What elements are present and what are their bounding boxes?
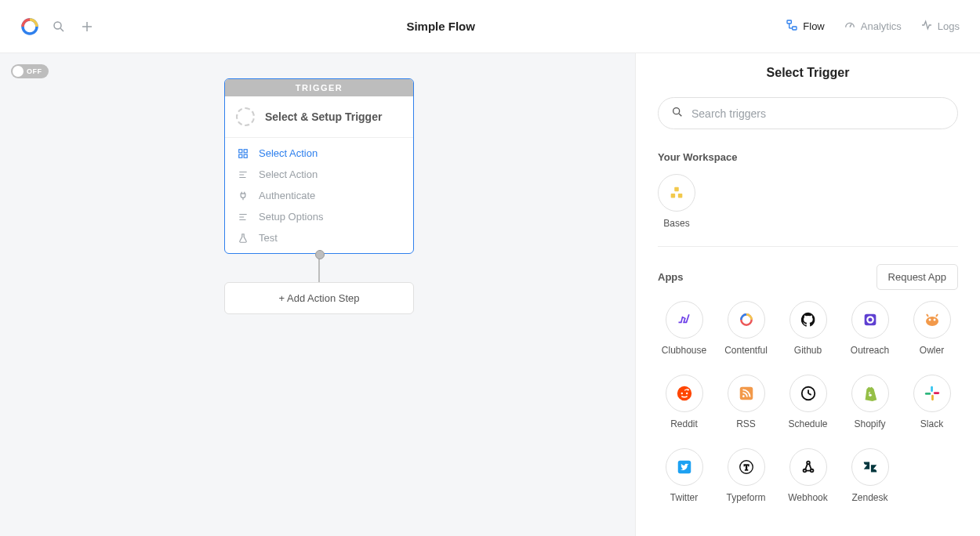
app-logo-icon[interactable] xyxy=(20,17,39,36)
step-label: Select Action xyxy=(259,147,318,159)
app-label: Shopify xyxy=(854,418,885,429)
workspace-heading: Your Workspace xyxy=(658,151,958,163)
add-action-step-button[interactable]: + Add Action Step xyxy=(224,282,414,314)
app-item-owler[interactable]: Owler xyxy=(906,301,958,356)
step-label: Select Action xyxy=(259,168,318,180)
request-app-button[interactable]: Request App xyxy=(877,264,958,290)
svg-rect-42 xyxy=(924,393,930,395)
app-label: Twitter xyxy=(670,492,698,503)
svg-point-32 xyxy=(681,393,682,394)
svg-line-21 xyxy=(679,114,681,116)
nav-flow[interactable]: Flow xyxy=(786,19,824,34)
svg-point-34 xyxy=(687,389,688,390)
svg-point-31 xyxy=(677,386,691,400)
trigger-panel: Select Trigger Your Workspace Bases xyxy=(635,53,980,536)
trigger-placeholder-icon xyxy=(236,107,255,126)
twitter-icon xyxy=(666,448,703,486)
svg-point-1 xyxy=(54,22,61,29)
flow-icon xyxy=(786,19,798,34)
app-item-twitter[interactable]: Twitter xyxy=(658,448,710,503)
nav-label: Logs xyxy=(938,20,960,32)
page-title: Simple Flow xyxy=(96,20,786,33)
outreach-icon xyxy=(851,301,889,339)
owler-icon xyxy=(913,301,951,339)
svg-rect-23 xyxy=(671,194,676,198)
step-setup-options[interactable]: Setup Options xyxy=(225,206,413,227)
step-label: Setup Options xyxy=(259,211,323,223)
app-item-zendesk[interactable]: Zendesk xyxy=(844,448,896,503)
app-label: RSS xyxy=(736,418,756,429)
workspace-item-bases[interactable]: Bases xyxy=(658,174,695,229)
search-triggers-input[interactable] xyxy=(658,97,958,129)
nav-logs[interactable]: Logs xyxy=(920,19,960,34)
app-item-typeform[interactable]: TTypeform xyxy=(720,448,772,503)
app-label: Typeform xyxy=(726,492,765,503)
shopify-icon xyxy=(851,375,889,412)
svg-point-29 xyxy=(928,319,931,321)
svg-rect-36 xyxy=(739,387,753,400)
topbar: Simple Flow Flow Analytics xyxy=(0,0,980,53)
typeform-icon: T xyxy=(728,448,765,486)
slack-icon xyxy=(913,375,951,412)
svg-point-28 xyxy=(926,317,938,326)
step-label: Authenticate xyxy=(259,190,315,201)
app-item-github[interactable]: Github xyxy=(782,301,834,356)
step-label: Test xyxy=(259,232,278,244)
app-label: Webhook xyxy=(788,492,827,503)
nav-analytics[interactable]: Analytics xyxy=(844,19,902,34)
svg-rect-24 xyxy=(678,194,683,198)
search-icon[interactable] xyxy=(50,18,67,35)
trigger-card[interactable]: TRIGGER Select & Setup Trigger Select A xyxy=(224,78,414,254)
app-label: Github xyxy=(794,345,822,356)
svg-rect-11 xyxy=(244,149,247,152)
app-item-slack[interactable]: Slack xyxy=(906,375,958,429)
svg-line-40 xyxy=(808,393,811,395)
apps-heading: Apps xyxy=(658,271,684,283)
divider xyxy=(658,246,958,247)
app-item-contentful[interactable]: Contentful xyxy=(720,301,772,356)
svg-rect-10 xyxy=(239,149,242,152)
app-item-clubhouse[interactable]: Clubhouse xyxy=(658,301,710,356)
svg-rect-6 xyxy=(793,27,797,30)
contentful-icon xyxy=(728,301,765,339)
app-item-rss[interactable]: RSS xyxy=(720,375,772,429)
svg-point-49 xyxy=(810,469,813,473)
app-item-outreach[interactable]: Outreach xyxy=(844,301,896,356)
svg-point-37 xyxy=(742,395,744,397)
svg-line-2 xyxy=(60,28,64,31)
svg-rect-43 xyxy=(931,395,934,400)
zendesk-icon xyxy=(851,448,889,486)
app-label: Outreach xyxy=(851,345,889,356)
app-item-reddit[interactable]: Reddit xyxy=(658,375,710,429)
github-icon xyxy=(789,301,827,339)
app-label: Slack xyxy=(920,418,943,429)
step-select-action[interactable]: Select Action xyxy=(225,143,413,164)
panel-title: Select Trigger xyxy=(658,66,958,80)
rss-icon xyxy=(728,375,765,412)
step-select-action-2[interactable]: Select Action xyxy=(225,164,413,185)
svg-rect-44 xyxy=(933,392,938,394)
app-label: Contentful xyxy=(724,345,768,356)
svg-rect-22 xyxy=(674,187,679,192)
app-label: Schedule xyxy=(788,418,827,429)
svg-rect-12 xyxy=(239,154,242,158)
flow-canvas[interactable]: OFF TRIGGER Select & Setup Trigger xyxy=(0,53,635,536)
app-item-webhook[interactable]: Webhook xyxy=(782,448,834,503)
svg-point-20 xyxy=(673,108,680,114)
lines-icon xyxy=(237,169,249,180)
flow-enabled-toggle[interactable]: OFF xyxy=(11,64,49,78)
webhook-icon xyxy=(789,448,827,486)
svg-point-48 xyxy=(803,469,806,473)
svg-rect-13 xyxy=(244,154,247,158)
app-item-schedule[interactable]: Schedule xyxy=(782,375,834,429)
step-test[interactable]: Test xyxy=(225,227,413,248)
add-icon[interactable] xyxy=(78,18,96,35)
trigger-badge: TRIGGER xyxy=(225,79,413,96)
search-field[interactable] xyxy=(691,107,945,120)
search-icon xyxy=(671,106,684,121)
svg-rect-5 xyxy=(787,20,791,24)
app-item-shopify[interactable]: Shopify xyxy=(844,375,896,429)
app-label: Zendesk xyxy=(851,492,887,503)
step-authenticate[interactable]: Authenticate xyxy=(225,185,413,206)
lines-icon xyxy=(237,212,249,223)
